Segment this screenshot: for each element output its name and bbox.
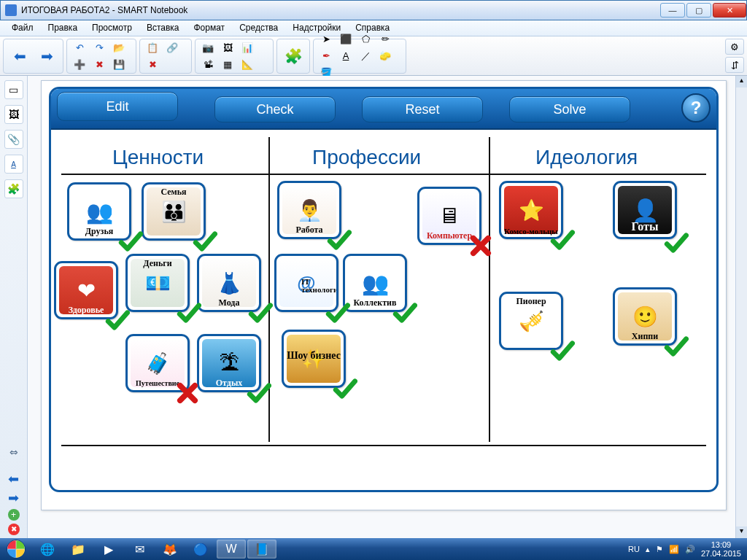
eraser-tool[interactable]: 🧽 bbox=[376, 49, 394, 63]
paste-button[interactable]: 📋 bbox=[144, 40, 161, 55]
tray-network-icon[interactable]: 📶 bbox=[669, 545, 679, 554]
open-button[interactable]: 📂 bbox=[110, 40, 128, 55]
addons-button[interactable]: 🧩 bbox=[281, 44, 306, 69]
mark-pioneer bbox=[550, 338, 575, 363]
nav-forward-button[interactable]: ➡ bbox=[34, 44, 59, 69]
activity-reset-button[interactable]: Reset bbox=[362, 96, 483, 122]
start-button[interactable] bbox=[0, 538, 32, 560]
cut-button[interactable]: ✖ bbox=[144, 57, 161, 71]
addons-tab[interactable]: 🧩 bbox=[4, 179, 23, 198]
pens-tool[interactable]: ✒ bbox=[317, 49, 335, 63]
windows-orb-icon bbox=[7, 540, 26, 559]
menu-tools[interactable]: Средства bbox=[232, 20, 285, 36]
card-it-label: IT технологии bbox=[301, 278, 333, 294]
mark-komsomol bbox=[550, 228, 575, 252]
select-tool[interactable]: ➤ bbox=[317, 32, 335, 47]
tray-up-icon[interactable]: ▴ bbox=[646, 545, 650, 554]
column-ideology-title: Идеология bbox=[535, 146, 638, 169]
scroll-down-button[interactable]: ▾ bbox=[736, 526, 747, 538]
window-maximize-button[interactable]: ▢ bbox=[686, 3, 711, 18]
column-professions-title: Профессии bbox=[312, 146, 421, 169]
taskbar-word[interactable]: W bbox=[217, 540, 246, 559]
tray-volume-icon[interactable]: 🔊 bbox=[685, 545, 695, 554]
activity-help-button[interactable]: ? bbox=[681, 93, 711, 122]
menu-edit[interactable]: Правка bbox=[41, 20, 85, 36]
activity-frame: Edit Check Reset Solve ? Ценности Профес… bbox=[49, 87, 719, 492]
mark-health bbox=[105, 308, 130, 332]
measure-button[interactable]: 📐 bbox=[239, 57, 256, 71]
nav-back-button[interactable]: ⬅ bbox=[7, 44, 32, 69]
document-camera-button[interactable]: 📽 bbox=[199, 57, 217, 71]
activity-edit-button[interactable]: Edit bbox=[57, 92, 178, 121]
app-icon bbox=[5, 4, 17, 16]
window-titlebar: ИТОГОВАЯ РАБОТА2 - SMART Notebook — ▢ ✕ bbox=[0, 0, 747, 20]
mark-rest bbox=[247, 381, 271, 405]
add-page-side-button[interactable]: + bbox=[8, 509, 20, 521]
col-divider-2 bbox=[489, 137, 490, 442]
window-minimize-button[interactable]: — bbox=[660, 3, 685, 18]
screen-capture-button[interactable]: 📷 bbox=[199, 40, 217, 55]
scroll-up-button[interactable]: ▴ bbox=[736, 76, 747, 88]
panel-resize-handle[interactable]: ⇔ bbox=[9, 446, 18, 458]
text-tool[interactable]: A bbox=[337, 49, 355, 63]
mark-fashion bbox=[248, 300, 273, 325]
taskbar-explorer[interactable]: 📁 bbox=[63, 540, 93, 559]
redo-button[interactable]: ↷ bbox=[90, 40, 108, 55]
window-close-button[interactable]: ✕ bbox=[713, 3, 746, 18]
mark-goths bbox=[664, 230, 689, 255]
next-page-side-button[interactable]: ➡ bbox=[8, 490, 19, 506]
mark-money bbox=[177, 300, 201, 325]
menu-file[interactable]: Файл bbox=[4, 20, 41, 36]
mark-computer bbox=[468, 233, 493, 258]
page-sorter-tab[interactable]: ▭ bbox=[4, 80, 23, 99]
delete-page-button[interactable]: ✖ bbox=[90, 57, 108, 71]
menu-format[interactable]: Формат bbox=[186, 20, 232, 36]
mark-hippie bbox=[664, 334, 689, 359]
delete-page-side-button[interactable]: ✖ bbox=[8, 524, 20, 535]
menu-insert[interactable]: Вставка bbox=[139, 20, 187, 36]
activity-solve-button[interactable]: Solve bbox=[509, 96, 630, 122]
mark-friends bbox=[118, 229, 143, 254]
card-pioneer-label: Пионер bbox=[504, 297, 558, 306]
taskbar-media[interactable]: ▶ bbox=[94, 540, 123, 559]
properties-tab[interactable]: A bbox=[4, 155, 23, 174]
vertical-scrollbar[interactable]: ▴ ▾ bbox=[735, 76, 747, 538]
taskbar-firefox[interactable]: 🦊 bbox=[155, 540, 185, 559]
undo-button[interactable]: ↶ bbox=[71, 40, 88, 55]
insert-table-button[interactable]: ▦ bbox=[219, 57, 236, 71]
regular-poly-tool[interactable]: ⬠ bbox=[357, 32, 374, 47]
mark-travel bbox=[175, 381, 200, 405]
settings-button[interactable]: ⚙ bbox=[725, 39, 744, 55]
taskbar-ie[interactable]: 🌐 bbox=[33, 540, 62, 559]
menu-view[interactable]: Просмотр bbox=[85, 20, 139, 36]
insert-chart-button[interactable]: 📊 bbox=[239, 40, 256, 55]
tray-flag-icon[interactable]: ⚑ bbox=[656, 545, 663, 554]
tray-date: 27.04.2015 bbox=[701, 549, 741, 558]
magic-pen-tool[interactable]: ✏ bbox=[376, 32, 394, 47]
activity-check-button[interactable]: Check bbox=[214, 96, 336, 122]
mark-family bbox=[193, 229, 217, 254]
attachments-tab[interactable]: 📎 bbox=[4, 130, 23, 149]
shape-tool[interactable]: ⬛ bbox=[337, 32, 355, 47]
gallery-tab[interactable]: 🖼 bbox=[4, 105, 23, 124]
line-tool[interactable]: ／ bbox=[357, 49, 374, 63]
insert-image-button[interactable]: 🖼 bbox=[219, 40, 236, 55]
toolbar-toggle-button[interactable]: ⇵ bbox=[725, 57, 744, 73]
header-underline bbox=[61, 174, 706, 175]
taskbar-smart-notebook[interactable]: 📘 bbox=[247, 540, 276, 559]
taskbar-mail[interactable]: ✉ bbox=[125, 540, 154, 559]
paste-link-button[interactable]: 🔗 bbox=[163, 40, 181, 55]
save-button[interactable]: 💾 bbox=[110, 57, 128, 71]
tray-datetime[interactable]: 13:09 27.04.2015 bbox=[701, 540, 741, 558]
tray-lang[interactable]: RU bbox=[628, 545, 640, 553]
mark-work bbox=[327, 228, 352, 252]
prev-page-side-button[interactable]: ⬅ bbox=[8, 471, 19, 487]
taskbar: 🌐 📁 ▶ ✉ 🦊 🔵 W 📘 RU ▴ ⚑ 📶 🔊 13:09 27.04.2… bbox=[0, 538, 747, 560]
add-page-button[interactable]: ➕ bbox=[71, 57, 88, 71]
card-money-label: Деньги bbox=[131, 259, 185, 268]
taskbar-chrome[interactable]: 🔵 bbox=[186, 540, 215, 559]
tray-time: 13:09 bbox=[701, 540, 741, 549]
side-panel: ▭ 🖼 📎 A 🧩 ⇔ ⬅ ➡ + ✖ bbox=[0, 76, 28, 538]
mark-it bbox=[325, 300, 350, 325]
column-values-title: Ценности bbox=[112, 146, 204, 169]
